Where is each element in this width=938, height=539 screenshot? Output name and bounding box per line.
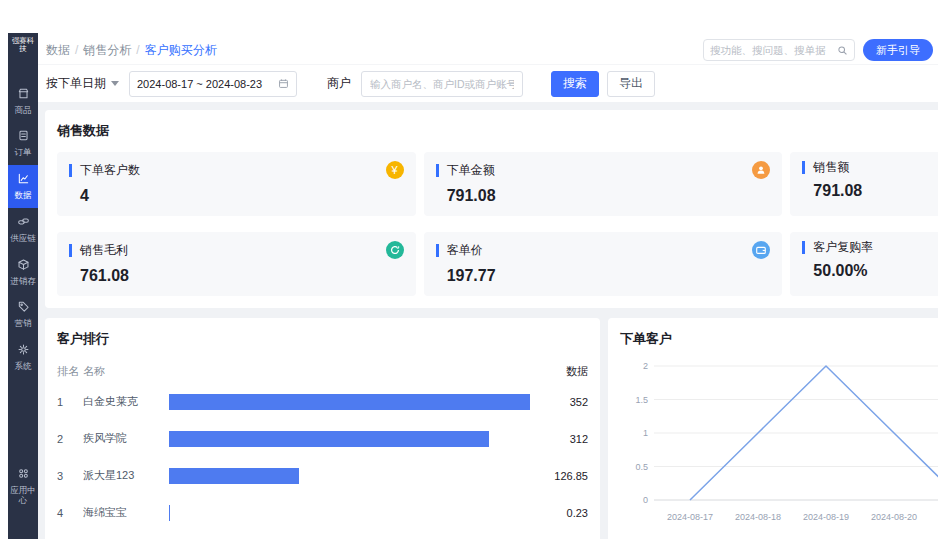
sidebar-item-label: 供应链 xyxy=(10,234,36,244)
rank-value: 312 xyxy=(530,433,588,445)
sidebar-item-data[interactable]: 数据 xyxy=(8,165,38,208)
svg-text:2024-08-19: 2024-08-19 xyxy=(803,512,849,522)
stat-card-sales-amount: 销售额 791.08 xyxy=(790,152,938,216)
sidebar-item-label: 商品 xyxy=(15,106,32,116)
stat-label: 销售额 xyxy=(802,161,849,174)
svg-text:2024-08-18: 2024-08-18 xyxy=(735,512,781,522)
filter-bar: 按下单日期 2024-08-17 ~ 2024-08-23 商户 搜索 导出 xyxy=(38,64,938,102)
date-range-picker[interactable]: 2024-08-17 ~ 2024-08-23 xyxy=(129,71,297,97)
stat-value: 791.08 xyxy=(447,187,771,205)
wallet-circle-icon xyxy=(752,241,770,259)
stat-card-repurchase-rate: 客户复购率 50.00% xyxy=(790,232,938,296)
customer-ranking-card: 客户排行 排名 名称 数据 1 白金史莱克 352 2 疾风学院 312 3 xyxy=(45,318,600,539)
sales-data-title: 销售数据 xyxy=(57,122,938,140)
ranking-table-header: 排名 名称 数据 xyxy=(57,364,588,379)
calendar-icon xyxy=(278,78,289,89)
inventory-icon xyxy=(17,258,30,274)
stat-value: 197.77 xyxy=(447,267,771,285)
chevron-down-icon xyxy=(111,81,119,86)
order-customers-card: 下单客户 00.511.522024-08-172024-08-182024-0… xyxy=(608,318,938,539)
beginner-guide-button[interactable]: 新手引导 xyxy=(863,39,933,61)
sidebar: 强赛科技 商品 订单 数据 供应链 进销存 营销 系统 xyxy=(8,33,38,539)
yen-circle-icon: ¥ xyxy=(386,161,404,179)
column-name: 名称 xyxy=(83,364,169,379)
stat-card-order-amount: 下单金额 791.08 xyxy=(424,152,783,216)
stat-value: 4 xyxy=(80,187,404,205)
breadcrumb-item[interactable]: 数据 xyxy=(46,42,70,59)
stat-card-avg-order-value: 客单价 197.77 xyxy=(424,232,783,296)
order-icon xyxy=(17,129,30,145)
topbar: 数据 / 销售分析 / 客户购买分析 新手引导 xyxy=(38,36,938,64)
rank-number: 3 xyxy=(57,470,83,482)
ranking-row: 4 海绵宝宝 0.23 xyxy=(57,494,588,531)
sidebar-item-system[interactable]: 系统 xyxy=(8,336,38,379)
grid-icon xyxy=(17,467,30,483)
merchant-search-input[interactable] xyxy=(361,71,523,97)
sidebar-item-label: 系统 xyxy=(15,362,32,372)
customer-name: 海绵宝宝 xyxy=(83,505,169,520)
stat-label: 下单金额 xyxy=(436,164,495,177)
stat-card-gross-profit: 销售毛利 761.08 xyxy=(57,232,416,296)
date-type-label: 按下单日期 xyxy=(46,75,106,92)
rank-bar xyxy=(169,394,530,410)
supply-chain-icon xyxy=(17,215,30,231)
stat-value: 791.08 xyxy=(813,182,938,200)
column-value: 数据 xyxy=(530,364,588,379)
sidebar-item-inventory[interactable]: 进销存 xyxy=(8,251,38,294)
date-type-dropdown[interactable]: 按下单日期 xyxy=(46,75,119,92)
ranking-row: 2 疾风学院 312 xyxy=(57,420,588,457)
rank-bar xyxy=(169,431,489,447)
sidebar-item-goods[interactable]: 商品 xyxy=(8,80,38,123)
sidebar-item-label: 订单 xyxy=(15,148,32,158)
sidebar-item-label: 应用中心 xyxy=(8,486,38,506)
breadcrumb-item[interactable]: 销售分析 xyxy=(83,42,131,59)
global-search[interactable] xyxy=(703,39,855,61)
rank-number: 1 xyxy=(57,396,83,408)
order-customers-title: 下单客户 xyxy=(620,330,938,348)
rank-bar xyxy=(169,468,299,484)
customer-name: 白金史莱克 xyxy=(83,394,169,409)
svg-text:1: 1 xyxy=(643,428,648,438)
customer-name: 疾风学院 xyxy=(83,431,169,446)
sidebar-nav: 商品 订单 数据 供应链 进销存 营销 系统 xyxy=(8,80,38,379)
search-button[interactable]: 搜索 xyxy=(551,71,599,97)
bottom-row: 客户排行 排名 名称 数据 1 白金史莱克 352 2 疾风学院 312 3 xyxy=(45,318,938,539)
shop-icon xyxy=(17,87,30,103)
date-range-value: 2024-08-17 ~ 2024-08-23 xyxy=(137,78,262,90)
merchant-label: 商户 xyxy=(327,75,351,92)
sales-data-card: 销售数据 下单客户数 ¥ 4 下单金额 791.08 销售额 xyxy=(45,110,938,308)
svg-text:2024-08-20: 2024-08-20 xyxy=(871,512,917,522)
customer-circle-icon xyxy=(752,161,770,179)
stat-card-order-customers: 下单客户数 ¥ 4 xyxy=(57,152,416,216)
customer-name: 派大星123 xyxy=(83,468,169,483)
rank-value: 0.23 xyxy=(530,507,588,519)
stat-label: 客单价 xyxy=(436,244,483,257)
sidebar-item-supply-chain[interactable]: 供应链 xyxy=(8,208,38,251)
breadcrumb-separator: / xyxy=(75,43,78,57)
column-rank: 排名 xyxy=(57,364,83,379)
order-customers-chart: 00.511.522024-08-172024-08-182024-08-192… xyxy=(620,354,938,532)
ranking-row: 1 白金史莱克 352 xyxy=(57,383,588,420)
rank-number: 2 xyxy=(57,433,83,445)
svg-text:0: 0 xyxy=(643,495,648,505)
rank-number: 4 xyxy=(57,507,83,519)
svg-text:1.5: 1.5 xyxy=(635,395,648,405)
rank-value: 352 xyxy=(530,396,588,408)
sidebar-item-orders[interactable]: 订单 xyxy=(8,122,38,165)
sidebar-item-marketing[interactable]: 营销 xyxy=(8,293,38,336)
marketing-icon xyxy=(17,300,30,316)
rank-value: 126.85 xyxy=(530,470,588,482)
breadcrumb: 数据 / 销售分析 / 客户购买分析 xyxy=(46,42,217,59)
stat-label: 下单客户数 xyxy=(69,164,140,177)
export-button[interactable]: 导出 xyxy=(607,71,655,97)
stat-label: 销售毛利 xyxy=(69,244,128,257)
brand-logo: 强赛科技 xyxy=(8,33,38,58)
svg-text:2: 2 xyxy=(643,361,648,371)
global-search-input[interactable] xyxy=(710,44,837,56)
stats-grid: 下单客户数 ¥ 4 下单金额 791.08 销售额 791.08 xyxy=(57,152,938,296)
sidebar-item-app-center[interactable]: 应用中心 xyxy=(8,460,38,513)
topbar-right: 新手引导 xyxy=(703,39,933,61)
sidebar-item-label: 数据 xyxy=(15,191,32,201)
sidebar-item-label: 进销存 xyxy=(10,277,36,287)
svg-text:0.5: 0.5 xyxy=(635,462,648,472)
